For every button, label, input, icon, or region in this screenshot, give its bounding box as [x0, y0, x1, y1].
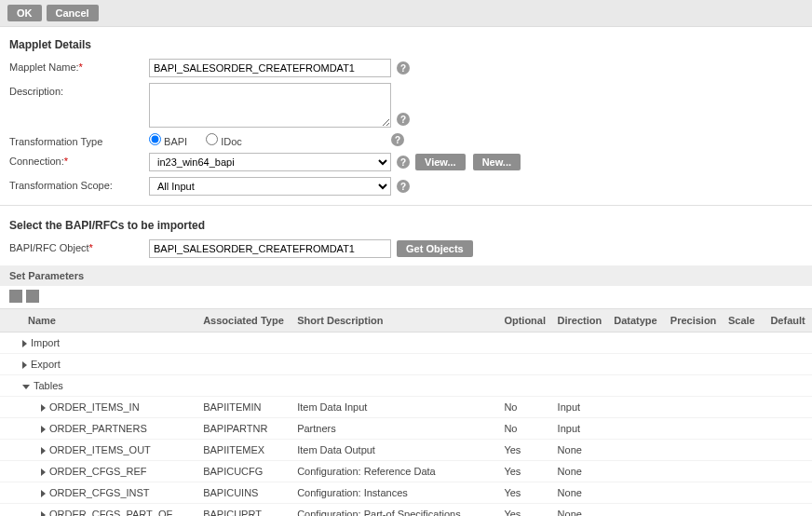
row-short: Configuration: Part-of Specifications	[291, 504, 498, 517]
row-assoc: BAPIITEMEX	[197, 440, 291, 461]
row-dir: None	[552, 504, 609, 517]
mapplet-details-title: Mapplet Details	[9, 38, 803, 51]
table-row[interactable]: ORDER_CFGS_INSTBAPICUINSConfiguration: I…	[0, 482, 812, 504]
chevron-right-icon	[41, 404, 46, 412]
radio-idoc-text: IDoc	[221, 136, 242, 147]
row-name: ORDER_ITEMS_IN	[49, 401, 140, 413]
transformation-type-label: Transformation Type	[9, 133, 149, 147]
description-label: Description:	[9, 83, 149, 97]
row-opt: No	[498, 418, 551, 440]
chevron-right-icon	[22, 340, 27, 347]
required-asterisk: *	[64, 156, 68, 167]
required-asterisk: *	[89, 242, 93, 253]
select-bapi-title: Select the BAPI/RFCs to be imported	[9, 219, 803, 232]
get-objects-button[interactable]: Get Objects	[397, 240, 473, 257]
help-icon[interactable]: ?	[391, 133, 404, 146]
parameters-table: Name Associated Type Short Description O…	[0, 308, 812, 516]
row-short: Partners	[291, 418, 498, 440]
row-name: ORDER_CFGS_REF	[49, 466, 147, 477]
bapi-rfc-object-label-text: BAPI/RFC Object	[9, 242, 89, 253]
col-optional: Optional	[498, 309, 551, 333]
chevron-right-icon	[22, 361, 27, 369]
bapi-rfc-object-label: BAPI/RFC Object*	[9, 239, 149, 253]
table-row[interactable]: ORDER_ITEMS_INBAPIITEMINItem Data InputN…	[0, 397, 812, 418]
col-scale: Scale	[723, 309, 765, 333]
col-direction: Direction	[552, 309, 609, 333]
row-assoc: BAPIPARTNR	[197, 418, 291, 440]
table-row[interactable]: ORDER_ITEMS_OUTBAPIITEMEXItem Data Outpu…	[0, 440, 812, 461]
row-assoc: BAPICUPRT	[197, 504, 291, 517]
connection-label-text: Connection:	[9, 156, 64, 167]
row-assoc: BAPIITEMIN	[197, 397, 291, 418]
row-dir: Input	[552, 418, 609, 440]
radio-idoc[interactable]	[206, 133, 218, 145]
row-name: ORDER_ITEMS_OUT	[49, 444, 151, 455]
col-precision: Precision	[665, 309, 723, 333]
chevron-right-icon	[41, 490, 46, 497]
row-short: Configuration: Reference Data	[291, 461, 498, 482]
radio-bapi-text: BAPI	[164, 136, 187, 147]
transformation-scope-select[interactable]: All Input	[149, 177, 391, 196]
row-name: ORDER_CFGS_PART_OF	[49, 509, 172, 516]
set-parameters-header: Set Parameters	[0, 265, 812, 286]
divider	[0, 205, 812, 206]
chevron-right-icon	[41, 511, 46, 516]
group-label: Import	[31, 337, 60, 348]
group-row-export[interactable]: Export	[0, 354, 812, 375]
radio-bapi-label[interactable]: BAPI	[149, 133, 187, 147]
row-short: Configuration: Instances	[291, 482, 498, 504]
row-opt: Yes	[498, 461, 551, 482]
group-row-tables[interactable]: Tables	[0, 375, 812, 397]
row-assoc: BAPICUINS	[197, 482, 291, 504]
row-name: ORDER_PARTNERS	[49, 423, 147, 434]
help-icon[interactable]: ?	[397, 180, 410, 193]
help-icon[interactable]: ?	[397, 156, 410, 169]
ok-button[interactable]: OK	[7, 5, 42, 21]
col-datatype: Datatype	[608, 309, 665, 333]
group-row-import[interactable]: Import	[0, 333, 812, 354]
table-row[interactable]: ORDER_CFGS_REFBAPICUCFGConfiguration: Re…	[0, 461, 812, 482]
mapplet-name-label: Mapplet Name:*	[9, 59, 149, 73]
col-associated-type: Associated Type	[197, 309, 291, 333]
radio-bapi[interactable]	[149, 133, 161, 145]
group-label: Export	[31, 359, 61, 370]
help-icon[interactable]: ?	[397, 113, 410, 126]
description-textarea[interactable]	[149, 83, 391, 128]
row-opt: Yes	[498, 504, 551, 517]
col-short-description: Short Description	[291, 309, 498, 333]
collapse-all-icon[interactable]	[26, 290, 39, 303]
chevron-right-icon	[41, 447, 46, 455]
transformation-scope-label: Transformation Scope:	[9, 177, 149, 191]
row-dir: Input	[552, 397, 609, 418]
new-button[interactable]: New...	[473, 154, 521, 170]
required-asterisk: *	[79, 61, 83, 73]
col-default: Default	[765, 309, 812, 333]
row-assoc: BAPICUCFG	[197, 461, 291, 482]
row-opt: No	[498, 397, 551, 418]
row-short: Item Data Output	[291, 440, 498, 461]
bapi-rfc-object-input[interactable]	[149, 239, 391, 258]
table-row[interactable]: ORDER_PARTNERSBAPIPARTNRPartnersNoInput	[0, 418, 812, 440]
row-name: ORDER_CFGS_INST	[49, 487, 150, 498]
row-short: Item Data Input	[291, 397, 498, 418]
mapplet-name-label-text: Mapplet Name:	[9, 61, 79, 73]
row-dir: None	[552, 440, 609, 461]
row-opt: Yes	[498, 440, 551, 461]
radio-idoc-label[interactable]: IDoc	[206, 133, 242, 147]
group-label: Tables	[34, 380, 63, 391]
row-dir: None	[552, 461, 609, 482]
mapplet-name-input[interactable]	[149, 59, 391, 77]
col-name: Name	[0, 309, 197, 333]
chevron-down-icon	[22, 385, 30, 389]
table-row[interactable]: ORDER_CFGS_PART_OFBAPICUPRTConfiguration…	[0, 504, 812, 517]
cancel-button[interactable]: Cancel	[47, 5, 99, 21]
row-dir: None	[552, 482, 609, 504]
row-opt: Yes	[498, 482, 551, 504]
connection-label: Connection:*	[9, 153, 149, 167]
view-button[interactable]: View...	[415, 154, 466, 170]
expand-all-icon[interactable]	[9, 290, 22, 303]
chevron-right-icon	[41, 426, 46, 433]
connection-select[interactable]: in23_win64_bapi	[149, 153, 391, 171]
chevron-right-icon	[41, 468, 46, 476]
help-icon[interactable]: ?	[397, 61, 410, 75]
